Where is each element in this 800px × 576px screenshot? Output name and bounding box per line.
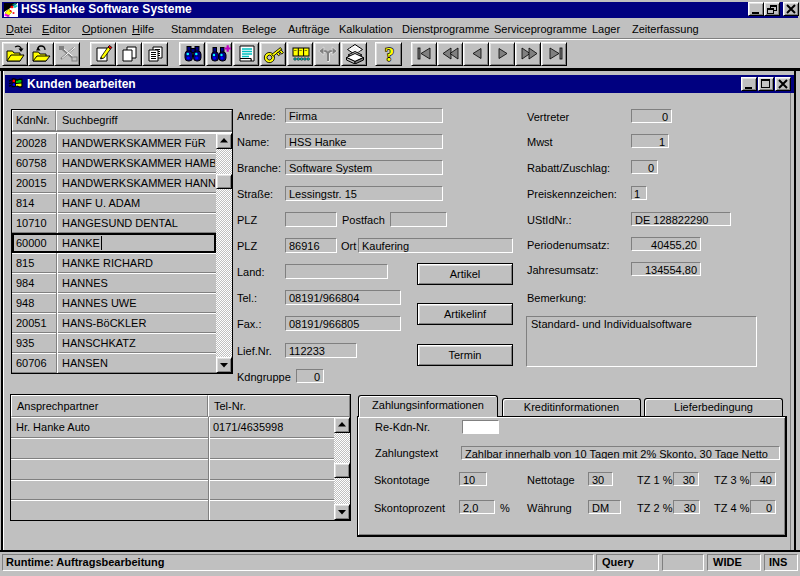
svg-text:?: ?	[385, 44, 395, 64]
